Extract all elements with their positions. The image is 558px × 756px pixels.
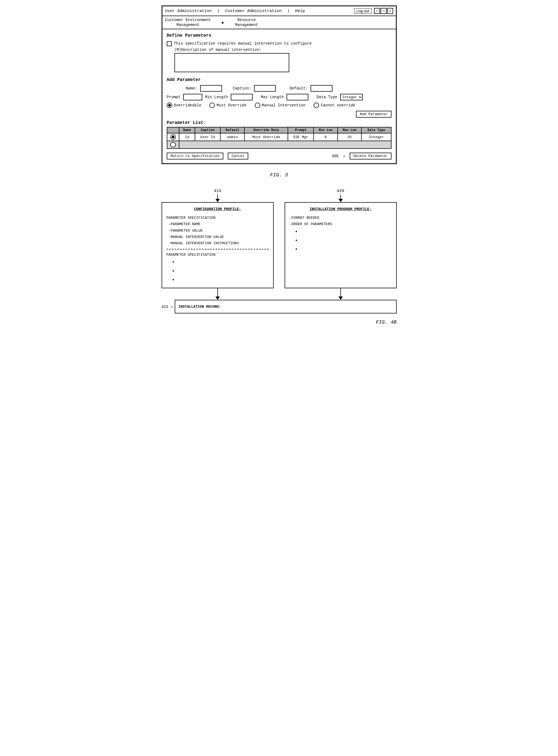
caption-input[interactable] bbox=[254, 85, 276, 92]
cell-prompt: ESE Mgr bbox=[288, 133, 313, 141]
return-to-spec-button[interactable]: Return to Specification bbox=[167, 153, 223, 160]
minlen-input[interactable] bbox=[231, 94, 253, 100]
ref-306-arrow: ↗ bbox=[343, 154, 345, 158]
title-sep-2: | bbox=[287, 9, 290, 14]
arrow-left bbox=[161, 194, 274, 202]
parameter-table: Name Caption Default Override Rule Promp… bbox=[167, 127, 391, 149]
minimize-button[interactable]: — bbox=[374, 8, 380, 14]
install-record-title: INSTALLATION RECORD: bbox=[179, 305, 221, 309]
radio-cannot-override[interactable]: Cannot override bbox=[313, 103, 355, 108]
manual-intervention-text: This specification requires manual inter… bbox=[174, 41, 312, 47]
table-row-empty[interactable] bbox=[167, 141, 391, 148]
ip-dot1: • bbox=[289, 227, 392, 236]
radio-overrideable-btn[interactable] bbox=[167, 103, 172, 108]
row-radio-btn[interactable] bbox=[170, 134, 176, 140]
logout-button[interactable]: Log out bbox=[354, 8, 372, 14]
radio-overrideable-dot bbox=[168, 104, 171, 107]
manual-intervention-checkbox[interactable] bbox=[167, 41, 172, 46]
vline-left bbox=[217, 194, 218, 199]
fig4b-caption: FIG. 4B bbox=[376, 319, 397, 325]
radio-overrideable-label: Overrideable bbox=[174, 103, 202, 107]
cell-name: Id bbox=[179, 133, 195, 141]
col-caption: Caption bbox=[195, 127, 221, 133]
config-profile-title: CONFIGURATION PROFILE: bbox=[167, 206, 269, 212]
radio-row: Overrideable Must Override Manual Interv… bbox=[167, 103, 391, 108]
fig3-caption: FIG. 3 bbox=[161, 172, 397, 178]
bottom-arrow-right bbox=[338, 288, 343, 300]
radio-manual-intervention-btn[interactable] bbox=[255, 103, 260, 108]
bottom-vline-left bbox=[217, 288, 218, 296]
menu-customer-env-line2: Management bbox=[165, 22, 211, 27]
add-param-section: Add Parameter Name: Caption: Default: Pr… bbox=[167, 77, 391, 118]
install-record-row: 422 ↗ INSTALLATION RECORD: bbox=[161, 300, 397, 313]
prompt-lengths-row: Prompt Min Length Max Length Data Type I… bbox=[167, 94, 391, 100]
ref-420-label: 420 bbox=[285, 189, 397, 193]
radio-must-override[interactable]: Must Override bbox=[209, 103, 246, 108]
cell-data-type: Integer bbox=[361, 133, 391, 141]
menu-help[interactable]: Help bbox=[295, 9, 305, 14]
table-row[interactable]: Id User Id admin Must Override ESE Mgr 8… bbox=[167, 133, 391, 141]
cp-line3: -PARAMETER VALUE bbox=[167, 227, 269, 234]
datatype-label: Data Type bbox=[316, 95, 337, 99]
radio-must-override-btn[interactable] bbox=[209, 103, 215, 108]
fig4b-diagram: 414 420 CONFIGURATION PROFILE: PARAMETER… bbox=[161, 186, 397, 328]
ip-line1: -FORMAT NEEDED bbox=[289, 215, 392, 221]
name-caption-default-row: Name: Caption: Default: bbox=[167, 85, 391, 92]
restore-button[interactable]: ❐ bbox=[381, 8, 387, 14]
ip-dot2: • bbox=[289, 236, 392, 245]
ref-420-number: 420 bbox=[337, 189, 344, 193]
bottom-vline-right bbox=[340, 288, 341, 296]
dashed-divider bbox=[167, 249, 269, 249]
top-boxes-row: CONFIGURATION PROFILE: PARAMETER SPECIFI… bbox=[161, 202, 397, 288]
radio-manual-intervention-label: Manual Intervention bbox=[262, 103, 306, 107]
datatype-select[interactable]: Integer String Boolean Float bbox=[340, 94, 363, 100]
cp-line2: -PARAMETER NAME bbox=[167, 221, 269, 227]
radio-overrideable[interactable]: Overrideable bbox=[167, 103, 202, 108]
vline-right bbox=[340, 194, 341, 199]
col-override-rule: Override Rule bbox=[245, 127, 288, 133]
name-input[interactable] bbox=[200, 85, 222, 92]
radio-cannot-override-btn[interactable] bbox=[313, 103, 319, 108]
install-program-box: INSTALLATION PROGRAM PROFILE: -FORMAT NE… bbox=[285, 202, 397, 288]
radio-cannot-override-label: Cannot override bbox=[321, 103, 355, 107]
arrow-down-right bbox=[338, 194, 343, 202]
empty-row-radio[interactable] bbox=[170, 142, 176, 147]
top-refs: 414 420 bbox=[161, 189, 397, 193]
arrowhead-right bbox=[338, 199, 343, 202]
menu-customer-env[interactable]: Customer Environment Management bbox=[165, 18, 211, 27]
close-button[interactable]: ✕ bbox=[387, 8, 393, 14]
empty-radio[interactable] bbox=[167, 141, 179, 148]
maxlen-input[interactable] bbox=[286, 94, 308, 100]
col-min-len: Min Len bbox=[313, 127, 338, 133]
cell-min-len: 8 bbox=[313, 133, 338, 141]
add-parameter-button[interactable]: Add Parameter bbox=[356, 111, 391, 118]
row-radio-dot bbox=[172, 136, 174, 139]
row-radio-selected[interactable] bbox=[167, 133, 179, 141]
ref-422-arrow: ↗ bbox=[171, 305, 173, 309]
desc-textarea[interactable] bbox=[174, 53, 289, 72]
bottom-arrowhead-right bbox=[338, 296, 343, 300]
bottom-buttons: Return to Specification Cancel 306 ↗ Del… bbox=[167, 153, 391, 160]
radio-manual-intervention[interactable]: Manual Intervention bbox=[255, 103, 306, 108]
cp-line4: -MANUAL INTERVENTION VALUE bbox=[167, 234, 269, 240]
prompt-input[interactable] bbox=[183, 94, 202, 100]
minlen-label: Min Length bbox=[205, 95, 228, 99]
window-controls: — ❐ ✕ bbox=[374, 8, 393, 14]
cell-max-len: 25 bbox=[338, 133, 362, 141]
install-program-title: INSTALLATION PROGRAM PROFILE: bbox=[289, 206, 392, 212]
top-arrows bbox=[161, 194, 397, 202]
menu-user-admin[interactable]: User Administration bbox=[165, 9, 212, 14]
delete-parameter-button[interactable]: Delete Parameter bbox=[350, 153, 391, 160]
col-prompt: Prompt bbox=[288, 127, 313, 133]
cancel-button[interactable]: Cancel bbox=[228, 153, 248, 160]
menu-resource-line2: Management bbox=[235, 22, 258, 27]
ref-306-label: 306 bbox=[332, 154, 338, 158]
menu-customer-env-line1: Customer Environment bbox=[165, 18, 211, 22]
menu-customer-admin[interactable]: Customer Administration bbox=[225, 9, 282, 14]
arrowhead-left bbox=[215, 199, 220, 202]
col-max-len: Max Len bbox=[338, 127, 362, 133]
bottom-arrow-right-wrap bbox=[285, 288, 397, 300]
title-bar-menu: User Administration | Customer Administr… bbox=[165, 9, 305, 14]
menu-resource-mgmt[interactable]: Resource Management bbox=[235, 18, 258, 27]
default-input[interactable] bbox=[310, 85, 332, 92]
